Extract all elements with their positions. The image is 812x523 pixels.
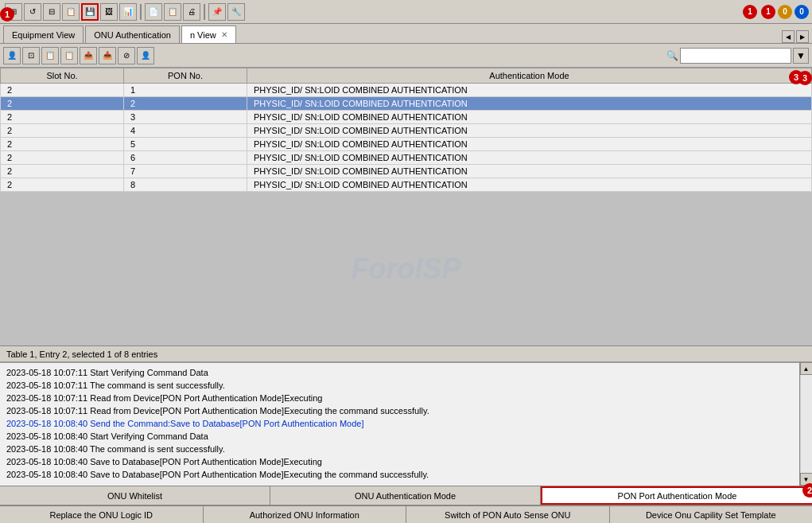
log-link[interactable]: 2023-05-18 10:08:40 Send the Command:Sav…: [6, 419, 363, 428]
tab-label: ONU Authentication: [94, 30, 171, 40]
tab-label: Equipment View: [12, 30, 75, 40]
cell-slot: 2: [1, 124, 124, 138]
sec-btn-1[interactable]: 👤: [3, 47, 21, 64]
col-header-pon: PON No.: [124, 68, 247, 84]
tab-equipment-view[interactable]: Equipment View: [3, 25, 84, 43]
bottom-nav-switch-pon[interactable]: Switch of PON Auto Sense ONU: [406, 506, 610, 523]
bottom-tab-pon-auth[interactable]: PON Port Authentication Mode 2: [541, 486, 812, 505]
sec-btn-6[interactable]: 📥: [99, 47, 116, 64]
table-row[interactable]: 28PHYSIC_ID/ SN:LOID COMBINED AUTHENTICA…: [1, 178, 812, 192]
bottom-nav-replace-onu[interactable]: Replace the ONU Logic ID: [0, 506, 204, 523]
tab-navigation: ◀ ▶: [782, 30, 812, 43]
status-badges: 1 1 0 0: [741, 5, 809, 19]
toolbar-btn-3[interactable]: ⊟: [43, 3, 60, 21]
annotation-2: 2: [802, 483, 812, 498]
cell-auth: PHYSIC_ID/ SN:LOID COMBINED AUTHENTICATI…: [247, 138, 812, 151]
bottom-nav-label: Authorized ONU Information: [250, 510, 359, 520]
sep-1: [140, 4, 142, 20]
search-input[interactable]: [680, 48, 791, 64]
tab-onu-authentication[interactable]: ONU Authentication: [85, 25, 180, 43]
col-header-auth: Authentication Mode 3: [247, 68, 812, 84]
toolbar-btn-11[interactable]: 📌: [208, 3, 226, 21]
table-row[interactable]: 26PHYSIC_ID/ SN:LOID COMBINED AUTHENTICA…: [1, 151, 812, 165]
badge-blue: 0: [795, 5, 809, 19]
cell-pon: 8: [124, 178, 247, 192]
watermark-area: ForoISP: [0, 192, 812, 345]
log-line: 2023-05-18 10:07:11 The command is sent …: [6, 379, 793, 392]
cell-slot: 2: [1, 97, 124, 111]
cell-slot: 2: [1, 111, 124, 124]
cell-pon: 2: [124, 97, 247, 111]
toolbar-btn-10[interactable]: 🖨: [183, 3, 200, 21]
scroll-track: [801, 375, 812, 473]
annotation-1: 1: [0, 7, 14, 21]
log-line: 2023-05-18 10:08:40 Send the Command:Sav…: [6, 417, 793, 430]
status-text: Table 1, Entry 2, selected 1 of 8 entrie…: [6, 349, 157, 359]
toolbar-btn-7[interactable]: 📊: [119, 3, 137, 21]
cell-pon: 3: [124, 111, 247, 124]
search-dropdown-btn[interactable]: ▼: [793, 48, 809, 64]
sec-btn-4[interactable]: 📋: [60, 47, 78, 64]
table-row[interactable]: 22PHYSIC_ID/ SN:LOID COMBINED AUTHENTICA…: [1, 97, 812, 111]
toolbar-btn-5[interactable]: 💾: [81, 3, 99, 21]
badge-red: 1: [743, 5, 757, 19]
bottom-tab-whitelist[interactable]: ONU Whitelist: [0, 486, 270, 505]
scroll-up-btn[interactable]: ▲: [800, 362, 813, 375]
table-row[interactable]: 27PHYSIC_ID/ SN:LOID COMBINED AUTHENTICA…: [1, 165, 812, 178]
main-content: 👤 ⊡ 📋 📋 📤 📥 ⊘ 👤 🔍 ▼ 3 Slot No. PON No. A…: [0, 44, 812, 523]
secondary-toolbar: 👤 ⊡ 📋 📋 📤 📥 ⊘ 👤 🔍 ▼: [0, 44, 812, 68]
sep-2: [204, 4, 205, 20]
toolbar-btn-4[interactable]: 📋: [62, 3, 80, 21]
table-row[interactable]: 24PHYSIC_ID/ SN:LOID COMBINED AUTHENTICA…: [1, 124, 812, 138]
sec-btn-7[interactable]: ⊘: [118, 47, 135, 64]
col-header-slot: Slot No.: [1, 68, 124, 84]
toolbar-btn-9[interactable]: 📋: [164, 3, 181, 21]
bottom-nav: Replace the ONU Logic ID Authorized ONU …: [0, 505, 812, 523]
table-row[interactable]: 23PHYSIC_ID/ SN:LOID COMBINED AUTHENTICA…: [1, 111, 812, 124]
cell-pon: 6: [124, 151, 247, 165]
toolbar-btn-6[interactable]: 🖼: [100, 3, 118, 21]
table-row[interactable]: 21PHYSIC_ID/ SN:LOID COMBINED AUTHENTICA…: [1, 84, 812, 97]
tab-nav-prev[interactable]: ◀: [782, 30, 795, 43]
log-line: 2023-05-18 10:08:40 Save to Database[PON…: [6, 455, 793, 468]
toolbar-btn-12[interactable]: 🔧: [227, 3, 245, 21]
cell-auth: PHYSIC_ID/ SN:LOID COMBINED AUTHENTICATI…: [247, 151, 812, 165]
bottom-tabs: ONU Whitelist ONU Authentication Mode PO…: [0, 486, 812, 505]
tab-close-btn[interactable]: ✕: [221, 30, 227, 39]
bottom-nav-device-onu[interactable]: Device Onu Capility Set Template: [610, 506, 813, 523]
tab-nav-next[interactable]: ▶: [796, 30, 809, 43]
bottom-nav-label: Replace the ONU Logic ID: [49, 510, 153, 520]
bottom-tab-label: ONU Authentication Mode: [355, 491, 456, 501]
cell-auth: PHYSIC_ID/ SN:LOID COMBINED AUTHENTICATI…: [247, 124, 812, 138]
cell-pon: 1: [124, 84, 247, 97]
log-line: 2023-05-18 10:08:40 Save to Database[PON…: [6, 468, 793, 481]
cell-auth: PHYSIC_ID/ SN:LOID COMBINED AUTHENTICATI…: [247, 165, 812, 178]
status-bar: Table 1, Entry 2, selected 1 of 8 entrie…: [0, 345, 812, 361]
badge-red-2: 1: [761, 5, 775, 19]
toolbar-btn-2[interactable]: ↺: [24, 3, 41, 21]
sec-btn-2[interactable]: ⊡: [22, 47, 40, 64]
log-area[interactable]: 2023-05-18 10:07:11 Start Verifying Comm…: [0, 362, 799, 486]
cell-auth: PHYSIC_ID/ SN:LOID COMBINED AUTHENTICATI…: [247, 97, 812, 111]
bottom-tab-label: ONU Whitelist: [107, 491, 162, 501]
log-scrollbar[interactable]: ▲ ▼: [799, 362, 812, 486]
sec-btn-8[interactable]: 👤: [137, 47, 154, 64]
table-row[interactable]: 25PHYSIC_ID/ SN:LOID COMBINED AUTHENTICA…: [1, 138, 812, 151]
main-toolbar: 1 ⊞ ↺ ⊟ 📋 💾 🖼 📊 📄 📋 🖨 📌 🔧 1 1 0 0: [0, 0, 812, 24]
tab-label: n View: [190, 30, 216, 40]
bottom-tab-label: PON Port Authentication Mode: [618, 491, 737, 501]
log-line: 2023-05-18 10:08:40 Start Verifying Comm…: [6, 430, 793, 443]
toolbar-btn-8[interactable]: 📄: [145, 3, 162, 21]
sec-btn-5[interactable]: 📤: [80, 47, 97, 64]
watermark-text: ForoISP: [351, 252, 460, 286]
tab-n-view[interactable]: n View ✕: [181, 25, 236, 43]
log-line: 2023-05-18 10:07:11 Read from Device[PON…: [6, 392, 793, 404]
log-line: 2023-05-18 10:08:40 The command is sent …: [6, 443, 793, 455]
bottom-tab-auth-mode[interactable]: ONU Authentication Mode: [270, 486, 541, 505]
bottom-nav-auth-info[interactable]: Authorized ONU Information: [204, 506, 407, 523]
log-line: 2023-05-18 10:07:11 Start Verifying Comm…: [6, 366, 793, 379]
sec-btn-3[interactable]: 📋: [41, 47, 59, 64]
cell-slot: 2: [1, 84, 124, 97]
log-wrapper: 2023-05-18 10:07:11 Start Verifying Comm…: [0, 361, 812, 486]
cell-pon: 5: [124, 138, 247, 151]
